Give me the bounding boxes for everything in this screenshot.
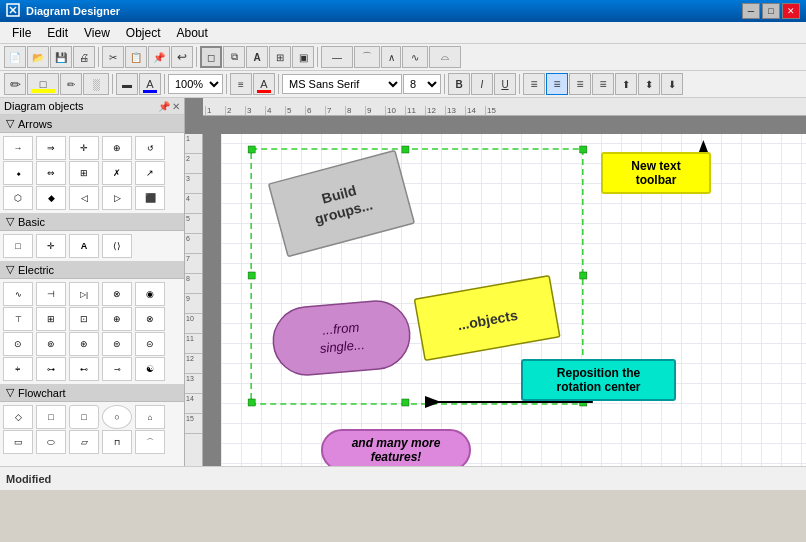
elec-3[interactable]: ▷| xyxy=(69,282,99,306)
shape-diamond[interactable]: ◆ xyxy=(36,186,66,210)
flow-3[interactable]: □ xyxy=(69,405,99,429)
elec-5[interactable]: ◉ xyxy=(135,282,165,306)
flow-4[interactable]: ○ xyxy=(102,405,132,429)
new-button[interactable]: 📄 xyxy=(4,46,26,68)
shape-arrow-right[interactable]: → xyxy=(3,136,33,160)
elec-9[interactable]: ⊕ xyxy=(102,307,132,331)
shape-right-tri[interactable]: ▷ xyxy=(102,186,132,210)
sidebar-close-button[interactable]: ✕ xyxy=(172,101,180,112)
line-style2[interactable]: ⌒ xyxy=(354,46,380,68)
flow-7[interactable]: ⬭ xyxy=(36,430,66,454)
align-right-btn[interactable]: ≡ xyxy=(569,73,591,95)
align-button[interactable]: ▣ xyxy=(292,46,314,68)
undo-button[interactable]: ↩ xyxy=(171,46,193,68)
bold-button[interactable]: B xyxy=(448,73,470,95)
copy2-button[interactable]: ⧉ xyxy=(223,46,245,68)
elec-13[interactable]: ⊛ xyxy=(69,332,99,356)
flow-8[interactable]: ▱ xyxy=(69,430,99,454)
shape-poly[interactable]: ⟨⟩ xyxy=(102,234,132,258)
electric-header[interactable]: ▽ Electric xyxy=(0,261,184,279)
shape-double-arrow[interactable]: ⇔ xyxy=(36,161,66,185)
resize-button[interactable]: ⊞ xyxy=(269,46,291,68)
fill-style-btn[interactable]: ░ xyxy=(83,73,109,95)
elec-19[interactable]: ⊸ xyxy=(102,357,132,381)
shape-block[interactable]: ⬛ xyxy=(135,186,165,210)
maximize-button[interactable]: □ xyxy=(762,3,780,19)
font-select[interactable]: MS Sans Serif Arial Times New Roman xyxy=(282,74,402,94)
shape-left-tri[interactable]: ◁ xyxy=(69,186,99,210)
menu-file[interactable]: File xyxy=(4,24,39,42)
shape-hex[interactable]: ⬡ xyxy=(3,186,33,210)
shape-cross2[interactable]: ✛ xyxy=(36,234,66,258)
elec-11[interactable]: ⊙ xyxy=(3,332,33,356)
elec-17[interactable]: ⊶ xyxy=(36,357,66,381)
elec-10[interactable]: ⊗ xyxy=(135,307,165,331)
menu-object[interactable]: Object xyxy=(118,24,169,42)
elec-7[interactable]: ⊞ xyxy=(36,307,66,331)
flow-9[interactable]: ⊓ xyxy=(102,430,132,454)
shape-cross[interactable]: ✛ xyxy=(69,136,99,160)
align-left-btn[interactable]: ≡ xyxy=(523,73,545,95)
elec-12[interactable]: ⊚ xyxy=(36,332,66,356)
elec-2[interactable]: ⊣ xyxy=(36,282,66,306)
cut-button[interactable]: ✂ xyxy=(102,46,124,68)
line-color2-btn[interactable]: A xyxy=(139,73,161,95)
line-color-btn[interactable]: ✏ xyxy=(60,73,82,95)
shape-arrow-fat[interactable]: ⬥ xyxy=(3,161,33,185)
line-style3[interactable]: ∧ xyxy=(381,46,401,68)
italic-button[interactable]: I xyxy=(471,73,493,95)
elec-16[interactable]: ⫩ xyxy=(3,357,33,381)
flow-10[interactable]: ⌒ xyxy=(135,430,165,454)
save-button[interactable]: 💾 xyxy=(50,46,72,68)
elec-18[interactable]: ⊷ xyxy=(69,357,99,381)
shape-box-arrows[interactable]: ⊞ xyxy=(69,161,99,185)
line-style1[interactable]: — xyxy=(321,46,353,68)
align-bottom-btn[interactable]: ⬇ xyxy=(661,73,683,95)
underline-button[interactable]: U xyxy=(494,73,516,95)
minimize-button[interactable]: ─ xyxy=(742,3,760,19)
align-top-btn[interactable]: ⬆ xyxy=(615,73,637,95)
shape-arrow-double[interactable]: ⇒ xyxy=(36,136,66,160)
text-button[interactable]: A xyxy=(246,46,268,68)
shape-ne-arrow[interactable]: ↗ xyxy=(135,161,165,185)
flowchart-header[interactable]: ▽ Flowchart xyxy=(0,384,184,402)
align-center-btn[interactable]: ≡ xyxy=(546,73,568,95)
flow-1[interactable]: ◇ xyxy=(3,405,33,429)
sidebar-pin-button[interactable]: 📌 xyxy=(158,101,170,112)
shape-rect[interactable]: □ xyxy=(3,234,33,258)
print-button[interactable]: 🖨 xyxy=(73,46,95,68)
copy-button[interactable]: 📋 xyxy=(125,46,147,68)
shape-diagonal[interactable]: ✗ xyxy=(102,161,132,185)
close-button[interactable]: ✕ xyxy=(782,3,800,19)
align-justify-btn[interactable]: ≡ xyxy=(592,73,614,95)
fontsize-select[interactable]: 8 9 10 12 14 xyxy=(403,74,441,94)
shape-text[interactable]: A xyxy=(69,234,99,258)
elec-20[interactable]: ☯ xyxy=(135,357,165,381)
align-middle-btn[interactable]: ⬍ xyxy=(638,73,660,95)
shape-circle-cross[interactable]: ⊕ xyxy=(102,136,132,160)
flow-5[interactable]: ⌂ xyxy=(135,405,165,429)
para-style1[interactable]: ≡ xyxy=(230,73,252,95)
paste-button[interactable]: 📌 xyxy=(148,46,170,68)
elec-8[interactable]: ⊡ xyxy=(69,307,99,331)
pencil-button[interactable]: ✏ xyxy=(4,73,26,95)
flow-6[interactable]: ▭ xyxy=(3,430,33,454)
menu-view[interactable]: View xyxy=(76,24,118,42)
elec-6[interactable]: ⊤ xyxy=(3,307,33,331)
elec-15[interactable]: ⊝ xyxy=(135,332,165,356)
elec-4[interactable]: ⊗ xyxy=(102,282,132,306)
menu-about[interactable]: About xyxy=(169,24,216,42)
elec-14[interactable]: ⊜ xyxy=(102,332,132,356)
line-style5[interactable]: ⌓ xyxy=(429,46,461,68)
arrows-header[interactable]: ▽ Arrows xyxy=(0,115,184,133)
basic-header[interactable]: ▽ Basic xyxy=(0,213,184,231)
line-width-btn[interactable]: ▬ xyxy=(116,73,138,95)
open-button[interactable]: 📂 xyxy=(27,46,49,68)
text-color-btn[interactable]: A xyxy=(253,73,275,95)
canvas[interactable]: Build groups... ...from single... ...obj… xyxy=(221,134,806,466)
shape-curve-arrow[interactable]: ↺ xyxy=(135,136,165,160)
fill-color-btn[interactable]: □ xyxy=(27,73,59,95)
elec-1[interactable]: ∿ xyxy=(3,282,33,306)
select-button[interactable]: ◻ xyxy=(200,46,222,68)
line-style4[interactable]: ∿ xyxy=(402,46,428,68)
